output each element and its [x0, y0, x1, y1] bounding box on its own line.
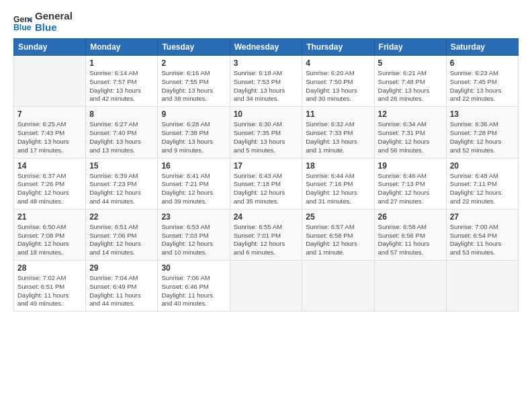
day-number: 2: [161, 58, 226, 68]
calendar-cell: 23Sunrise: 6:53 AM Sunset: 7:03 PM Dayli…: [158, 209, 230, 260]
calendar-cell: 8Sunrise: 6:27 AM Sunset: 7:40 PM Daylig…: [86, 107, 158, 158]
day-number: 18: [306, 161, 370, 171]
calendar-header-row: SundayMondayTuesdayWednesdayThursdayFrid…: [14, 39, 519, 56]
header: General Blue General Blue: [13, 11, 519, 33]
calendar-cell: [302, 261, 374, 312]
day-info: Sunrise: 6:53 AM Sunset: 7:03 PM Dayligh…: [161, 223, 226, 257]
weekday-header-wednesday: Wednesday: [230, 39, 302, 56]
day-info: Sunrise: 6:39 AM Sunset: 7:23 PM Dayligh…: [89, 172, 154, 206]
calendar-week-1: 1Sunrise: 6:14 AM Sunset: 7:57 PM Daylig…: [14, 56, 519, 107]
day-info: Sunrise: 6:57 AM Sunset: 6:58 PM Dayligh…: [306, 223, 370, 257]
calendar-week-2: 7Sunrise: 6:25 AM Sunset: 7:43 PM Daylig…: [14, 107, 519, 158]
weekday-header-tuesday: Tuesday: [158, 39, 230, 56]
calendar-cell: 7Sunrise: 6:25 AM Sunset: 7:43 PM Daylig…: [14, 107, 86, 158]
calendar-cell: 3Sunrise: 6:18 AM Sunset: 7:53 PM Daylig…: [230, 56, 302, 107]
day-info: Sunrise: 6:14 AM Sunset: 7:57 PM Dayligh…: [89, 69, 154, 103]
day-info: Sunrise: 7:02 AM Sunset: 6:51 PM Dayligh…: [17, 274, 82, 308]
day-number: 15: [89, 161, 154, 171]
day-info: Sunrise: 7:06 AM Sunset: 6:46 PM Dayligh…: [161, 274, 226, 308]
calendar-cell: 21Sunrise: 6:50 AM Sunset: 7:08 PM Dayli…: [14, 209, 86, 260]
logo: General Blue General Blue: [13, 11, 73, 33]
svg-text:Blue: Blue: [13, 23, 32, 32]
day-info: Sunrise: 6:27 AM Sunset: 7:40 PM Dayligh…: [89, 120, 154, 154]
logo-icon: General Blue: [13, 13, 32, 32]
logo-line1: General: [35, 11, 73, 22]
day-number: 5: [378, 58, 443, 68]
calendar-cell: 13Sunrise: 6:36 AM Sunset: 7:28 PM Dayli…: [446, 107, 518, 158]
day-info: Sunrise: 6:46 AM Sunset: 7:13 PM Dayligh…: [378, 172, 443, 206]
calendar-cell: 6Sunrise: 6:23 AM Sunset: 7:45 PM Daylig…: [446, 56, 518, 107]
calendar-week-4: 21Sunrise: 6:50 AM Sunset: 7:08 PM Dayli…: [14, 209, 519, 260]
calendar-cell: 9Sunrise: 6:28 AM Sunset: 7:38 PM Daylig…: [158, 107, 230, 158]
day-info: Sunrise: 7:04 AM Sunset: 6:49 PM Dayligh…: [89, 274, 154, 308]
weekday-header-monday: Monday: [86, 39, 158, 56]
calendar-cell: 14Sunrise: 6:37 AM Sunset: 7:26 PM Dayli…: [14, 158, 86, 209]
weekday-header-friday: Friday: [374, 39, 446, 56]
calendar-cell: 5Sunrise: 6:21 AM Sunset: 7:48 PM Daylig…: [374, 56, 446, 107]
day-number: 3: [234, 58, 299, 68]
day-info: Sunrise: 6:48 AM Sunset: 7:11 PM Dayligh…: [450, 172, 515, 206]
calendar-cell: [374, 261, 446, 312]
day-number: 30: [161, 263, 226, 273]
day-info: Sunrise: 6:37 AM Sunset: 7:26 PM Dayligh…: [17, 172, 82, 206]
calendar-cell: 22Sunrise: 6:51 AM Sunset: 7:06 PM Dayli…: [86, 209, 158, 260]
calendar-cell: 15Sunrise: 6:39 AM Sunset: 7:23 PM Dayli…: [86, 158, 158, 209]
calendar-cell: 2Sunrise: 6:16 AM Sunset: 7:55 PM Daylig…: [158, 56, 230, 107]
day-number: 6: [450, 58, 515, 68]
day-info: Sunrise: 6:55 AM Sunset: 7:01 PM Dayligh…: [234, 223, 299, 257]
calendar-cell: 10Sunrise: 6:30 AM Sunset: 7:35 PM Dayli…: [230, 107, 302, 158]
day-info: Sunrise: 6:21 AM Sunset: 7:48 PM Dayligh…: [378, 69, 443, 103]
weekday-header-saturday: Saturday: [446, 39, 518, 56]
day-info: Sunrise: 6:16 AM Sunset: 7:55 PM Dayligh…: [161, 69, 226, 103]
day-info: Sunrise: 6:34 AM Sunset: 7:31 PM Dayligh…: [378, 120, 443, 154]
day-number: 7: [17, 109, 82, 119]
day-number: 20: [450, 161, 515, 171]
day-number: 24: [234, 212, 299, 222]
calendar-cell: 19Sunrise: 6:46 AM Sunset: 7:13 PM Dayli…: [374, 158, 446, 209]
day-number: 9: [161, 109, 226, 119]
day-info: Sunrise: 7:00 AM Sunset: 6:54 PM Dayligh…: [450, 223, 515, 257]
day-number: 17: [234, 161, 299, 171]
day-number: 11: [306, 109, 370, 119]
day-info: Sunrise: 6:30 AM Sunset: 7:35 PM Dayligh…: [234, 120, 299, 154]
calendar-cell: [446, 261, 518, 312]
calendar-week-5: 28Sunrise: 7:02 AM Sunset: 6:51 PM Dayli…: [14, 261, 519, 312]
day-number: 12: [378, 109, 443, 119]
day-number: 19: [378, 161, 443, 171]
calendar-cell: 16Sunrise: 6:41 AM Sunset: 7:21 PM Dayli…: [158, 158, 230, 209]
logo-line2: Blue: [35, 22, 73, 34]
calendar-cell: 20Sunrise: 6:48 AM Sunset: 7:11 PM Dayli…: [446, 158, 518, 209]
day-info: Sunrise: 6:51 AM Sunset: 7:06 PM Dayligh…: [89, 223, 154, 257]
day-info: Sunrise: 6:32 AM Sunset: 7:33 PM Dayligh…: [306, 120, 370, 154]
day-number: 27: [450, 212, 515, 222]
day-number: 21: [17, 212, 82, 222]
weekday-header-thursday: Thursday: [302, 39, 374, 56]
calendar-cell: [230, 261, 302, 312]
calendar-cell: 28Sunrise: 7:02 AM Sunset: 6:51 PM Dayli…: [14, 261, 86, 312]
calendar-week-3: 14Sunrise: 6:37 AM Sunset: 7:26 PM Dayli…: [14, 158, 519, 209]
main-container: General Blue General Blue SundayMondayTu…: [0, 0, 532, 318]
calendar-cell: 1Sunrise: 6:14 AM Sunset: 7:57 PM Daylig…: [86, 56, 158, 107]
day-info: Sunrise: 6:43 AM Sunset: 7:18 PM Dayligh…: [234, 172, 299, 206]
day-number: 28: [17, 263, 82, 273]
day-info: Sunrise: 6:58 AM Sunset: 6:56 PM Dayligh…: [378, 223, 443, 257]
calendar-cell: 4Sunrise: 6:20 AM Sunset: 7:50 PM Daylig…: [302, 56, 374, 107]
day-info: Sunrise: 6:41 AM Sunset: 7:21 PM Dayligh…: [161, 172, 226, 206]
calendar-cell: 24Sunrise: 6:55 AM Sunset: 7:01 PM Dayli…: [230, 209, 302, 260]
day-info: Sunrise: 6:44 AM Sunset: 7:16 PM Dayligh…: [306, 172, 370, 206]
day-info: Sunrise: 6:25 AM Sunset: 7:43 PM Dayligh…: [17, 120, 82, 154]
day-number: 26: [378, 212, 443, 222]
day-number: 8: [89, 109, 154, 119]
calendar-cell: 30Sunrise: 7:06 AM Sunset: 6:46 PM Dayli…: [158, 261, 230, 312]
day-number: 10: [234, 109, 299, 119]
day-number: 14: [17, 161, 82, 171]
calendar-cell: 18Sunrise: 6:44 AM Sunset: 7:16 PM Dayli…: [302, 158, 374, 209]
calendar-cell: 12Sunrise: 6:34 AM Sunset: 7:31 PM Dayli…: [374, 107, 446, 158]
day-info: Sunrise: 6:28 AM Sunset: 7:38 PM Dayligh…: [161, 120, 226, 154]
day-info: Sunrise: 6:23 AM Sunset: 7:45 PM Dayligh…: [450, 69, 515, 103]
calendar-cell: 26Sunrise: 6:58 AM Sunset: 6:56 PM Dayli…: [374, 209, 446, 260]
day-number: 13: [450, 109, 515, 119]
day-info: Sunrise: 6:18 AM Sunset: 7:53 PM Dayligh…: [234, 69, 299, 103]
day-info: Sunrise: 6:36 AM Sunset: 7:28 PM Dayligh…: [450, 120, 515, 154]
day-number: 29: [89, 263, 154, 273]
